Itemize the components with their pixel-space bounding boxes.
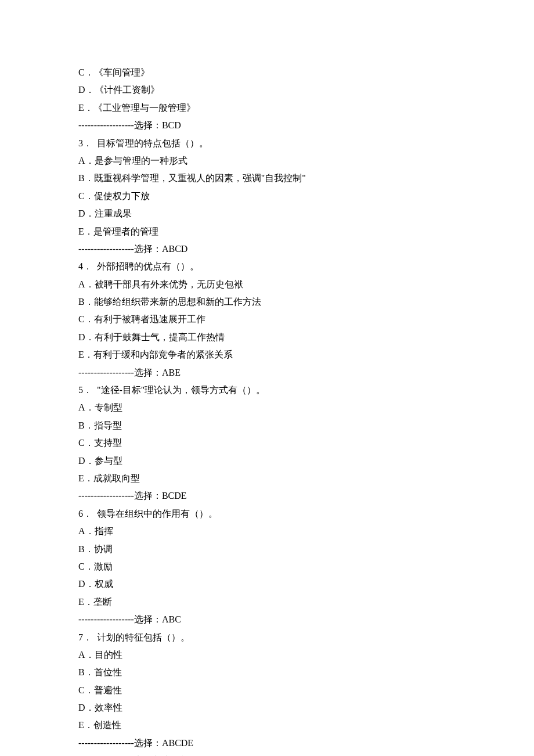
option-d: D．权威 (78, 575, 456, 593)
option-c: C．《车间管理》 (78, 64, 456, 81)
answer-line: ------------------选择：ABCDE (78, 735, 456, 752)
answer-line: ------------------选择：BCD (78, 117, 456, 134)
option-d: D．《计件工资制》 (78, 81, 456, 99)
option-c: C．促使权力下放 (78, 188, 456, 205)
option-b: B．首位性 (78, 664, 456, 681)
answer-line: ------------------选择：ABE (78, 364, 456, 381)
question-6: 6． 领导在组织中的作用有（）。 (78, 505, 456, 523)
option-c: C．支持型 (78, 434, 456, 452)
option-b: B．指导型 (78, 417, 456, 434)
option-c: C．激励 (78, 558, 456, 575)
option-b: B．能够给组织带来新的思想和新的工作方法 (78, 293, 456, 311)
option-e: E．是管理者的管理 (78, 223, 456, 240)
question-5: 5． "途径-目标"理论认为，领导方式有（）。 (78, 381, 456, 399)
option-c: C．有利于被聘者迅速展开工作 (78, 311, 456, 328)
option-d: D．效率性 (78, 699, 456, 717)
option-d: D．注重成果 (78, 205, 456, 222)
answer-line: ------------------选择：ABCD (78, 240, 456, 258)
option-a: A．被聘干部具有外来优势，无历史包袱 (78, 276, 456, 293)
question-3: 3． 目标管理的特点包括（）。 (78, 135, 456, 152)
option-e: E．有利于缓和内部竞争者的紧张关系 (78, 346, 456, 363)
question-4: 4． 外部招聘的优点有（）。 (78, 258, 456, 275)
question-8: 8． 管理工作中的基本职能包括（）。 (78, 752, 456, 756)
option-e: E．《工业管理与一般管理》 (78, 99, 456, 117)
answer-line: ------------------选择：ABC (78, 611, 456, 628)
option-e: E．创造性 (78, 717, 456, 734)
option-b: B．既重视科学管理，又重视人的因素，强调"自我控制" (78, 170, 456, 187)
option-a: A．目的性 (78, 646, 456, 664)
option-a: A．指挥 (78, 523, 456, 540)
option-a: A．是参与管理的一种形式 (78, 152, 456, 170)
document-page: C．《车间管理》 D．《计件工资制》 E．《工业管理与一般管理》 -------… (0, 0, 534, 756)
option-d: D．参与型 (78, 452, 456, 470)
option-b: B．协调 (78, 541, 456, 558)
answer-line: ------------------选择：BCDE (78, 487, 456, 505)
option-c: C．普遍性 (78, 682, 456, 699)
question-7: 7． 计划的特征包括（）。 (78, 629, 456, 646)
option-d: D．有利于鼓舞士气，提高工作热情 (78, 329, 456, 346)
option-e: E．垄断 (78, 593, 456, 611)
option-a: A．专制型 (78, 399, 456, 416)
option-e: E．成就取向型 (78, 470, 456, 487)
